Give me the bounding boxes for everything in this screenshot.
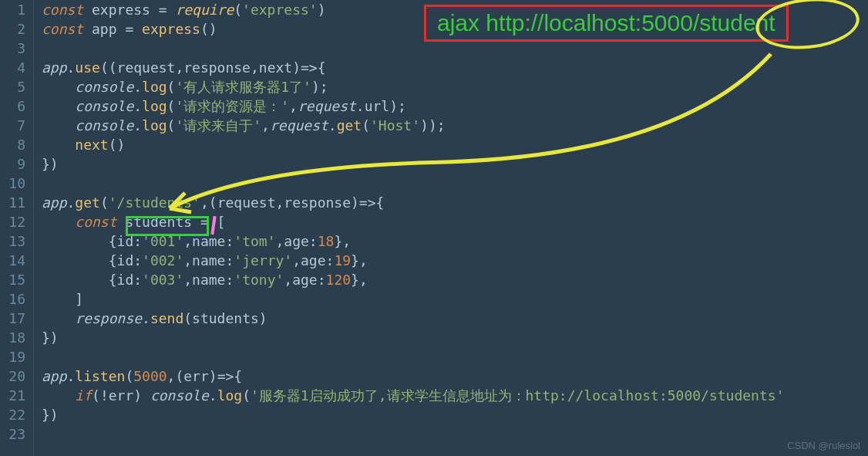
code-line[interactable]: {id:'003',name:'tony',age:120},	[42, 270, 868, 289]
line-number: 12	[0, 212, 25, 231]
code-line[interactable]: app.use((request,response,next)=>{	[42, 58, 868, 77]
code-line[interactable]: app.get('/students',(request,response)=>…	[42, 193, 868, 212]
code-line[interactable]: ]	[42, 289, 868, 309]
code-line[interactable]: app.listen(5000,(err)=>{	[42, 366, 868, 386]
line-number: 16	[0, 289, 25, 309]
line-number: 21	[0, 386, 25, 405]
code-line[interactable]: {id:'002',name:'jerry',age:19},	[42, 251, 868, 270]
annotation-box: ajax http://localhost:5000/student	[424, 5, 789, 42]
annotation-text: ajax http://localhost:5000/student	[437, 10, 775, 35]
watermark: CSDN @ruleslol	[787, 440, 860, 451]
code-line[interactable]: })	[42, 154, 868, 174]
line-number: 10	[0, 174, 25, 193]
line-number: 4	[0, 58, 25, 77]
line-number: 3	[0, 39, 25, 58]
line-number: 18	[0, 328, 25, 347]
code-line[interactable]: })	[42, 328, 868, 347]
code-line[interactable]	[42, 424, 868, 444]
line-number: 20	[0, 366, 25, 386]
code-line[interactable]: response.send(students)	[42, 309, 868, 328]
line-number: 8	[0, 135, 25, 154]
line-number: 15	[0, 270, 25, 289]
code-line[interactable]	[42, 174, 868, 193]
line-number: 9	[0, 154, 25, 174]
line-number: 22	[0, 405, 25, 424]
code-line[interactable]: console.log('请求来自于',request.get('Host'))…	[42, 116, 868, 135]
code-line[interactable]	[42, 347, 868, 366]
code-line[interactable]: console.log('请求的资源是：',request.url);	[42, 96, 868, 116]
route-highlight-box	[126, 216, 209, 236]
line-number: 11	[0, 193, 25, 212]
code-line[interactable]: if(!err) console.log('服务器1启动成功了,请求学生信息地址…	[42, 386, 868, 405]
line-number: 13	[0, 231, 25, 251]
code-line[interactable]: next()	[42, 135, 868, 154]
line-number: 1	[0, 0, 25, 19]
line-number: 19	[0, 347, 25, 366]
code-line[interactable]: })	[42, 405, 868, 424]
line-number: 14	[0, 251, 25, 270]
line-number: 2	[0, 19, 25, 39]
line-number-gutter: 1234567891011121314151617181920212223	[0, 0, 34, 456]
line-number: 5	[0, 77, 25, 96]
line-number: 23	[0, 424, 25, 444]
line-number: 7	[0, 116, 25, 135]
line-number: 6	[0, 96, 25, 116]
code-line[interactable]: console.log('有人请求服务器1了');	[42, 77, 868, 96]
line-number: 17	[0, 309, 25, 328]
